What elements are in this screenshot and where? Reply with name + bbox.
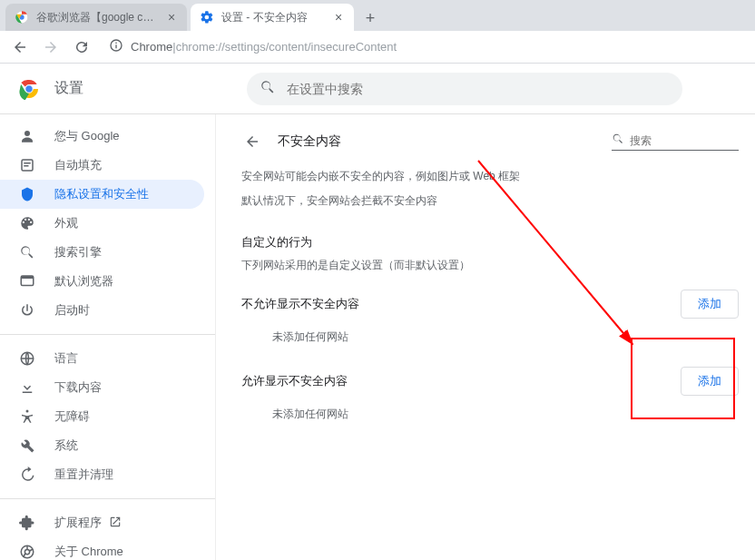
settings-search-box[interactable] bbox=[247, 73, 682, 105]
svg-rect-4 bbox=[115, 44, 116, 48]
add-allow-site-button[interactable]: 添加 bbox=[681, 367, 739, 396]
sidebar-item-system[interactable]: 系统 bbox=[0, 431, 204, 460]
sidebar-item-label: 关于 Chrome bbox=[54, 544, 123, 560]
tab-1[interactable]: 谷歌浏览器【google chrome】 × bbox=[5, 4, 187, 31]
sidebar-item-autofill[interactable]: 自动填充 bbox=[0, 151, 204, 180]
search-icon bbox=[260, 79, 276, 98]
chrome-outline-icon bbox=[18, 543, 36, 560]
sidebar-item-label: 语言 bbox=[54, 350, 78, 367]
site-info-icon[interactable] bbox=[109, 38, 123, 55]
sidebar-item-privacy-security[interactable]: 隐私设置和安全性 bbox=[0, 180, 204, 209]
sidebar-item-extensions[interactable]: 扩展程序 bbox=[0, 508, 204, 537]
person-icon bbox=[18, 127, 36, 145]
block-section-label: 不允许显示不安全内容 bbox=[241, 296, 359, 312]
sidebar-item-label: 重置并清理 bbox=[54, 467, 113, 483]
tab-2-active[interactable]: 设置 - 不安全内容 × bbox=[191, 4, 354, 31]
download-icon bbox=[18, 378, 36, 397]
autofill-icon bbox=[18, 156, 36, 174]
tab-title: 谷歌浏览器【google chrome】 bbox=[36, 10, 160, 25]
custom-behavior-title: 自定义的行为 bbox=[241, 234, 739, 251]
sidebar-item-label: 默认浏览器 bbox=[54, 273, 113, 290]
back-button[interactable] bbox=[7, 34, 33, 60]
description-line-1: 安全网站可能会内嵌不安全的内容，例如图片或 Web 框架 bbox=[241, 169, 739, 184]
tab-strip: 谷歌浏览器【google chrome】 × 设置 - 不安全内容 × + bbox=[0, 0, 755, 31]
restore-icon bbox=[18, 466, 36, 484]
sidebar-item-label: 启动时 bbox=[54, 302, 90, 319]
sidebar-item-label: 自动填充 bbox=[54, 157, 102, 173]
svg-rect-10 bbox=[24, 162, 31, 164]
sidebar-item-label: 您与 Google bbox=[54, 128, 120, 144]
app-header: 设置 bbox=[0, 64, 755, 114]
sidebar-item-label: 扩展程序 bbox=[54, 515, 102, 531]
description-line-2: 默认情况下，安全网站会拦截不安全内容 bbox=[241, 193, 739, 209]
add-block-site-button[interactable]: 添加 bbox=[681, 290, 739, 319]
sidebar-item-default-browser[interactable]: 默认浏览器 bbox=[0, 267, 204, 296]
close-icon[interactable]: × bbox=[165, 11, 178, 24]
svg-rect-13 bbox=[21, 276, 34, 279]
sidebar-item-label: 下载内容 bbox=[54, 379, 102, 396]
sidebar-item-label: 隐私设置和安全性 bbox=[54, 186, 149, 202]
close-icon[interactable]: × bbox=[332, 11, 345, 24]
new-tab-button[interactable]: + bbox=[358, 5, 383, 31]
sidebar-item-label: 无障碍 bbox=[54, 408, 90, 425]
palette-icon bbox=[18, 214, 36, 232]
content-search-box[interactable] bbox=[612, 133, 739, 151]
allow-empty-text: 未添加任何网站 bbox=[272, 407, 739, 422]
content-title: 不安全内容 bbox=[278, 133, 341, 150]
wrench-icon bbox=[18, 437, 36, 455]
content-search-input[interactable] bbox=[630, 134, 739, 147]
omnibox-prefix: Chrome bbox=[131, 40, 172, 54]
sidebar-item-languages[interactable]: 语言 bbox=[0, 344, 204, 373]
sidebar: 您与 Google 自动填充 隐私设置和安全性 外观 搜索引擎 默认浏览器 启动… bbox=[0, 114, 216, 560]
svg-rect-11 bbox=[24, 165, 28, 167]
svg-point-3 bbox=[115, 43, 117, 44]
sidebar-item-label: 系统 bbox=[54, 437, 78, 454]
chrome-logo-icon bbox=[18, 78, 40, 100]
sidebar-separator bbox=[0, 334, 215, 335]
address-bar[interactable]: Chrome | chrome://settings/content/insec… bbox=[100, 34, 748, 60]
browser-toolbar: Chrome | chrome://settings/content/insec… bbox=[0, 31, 755, 64]
content-back-button[interactable] bbox=[241, 131, 263, 152]
settings-favicon-icon bbox=[200, 10, 214, 25]
shield-icon bbox=[18, 185, 36, 203]
power-icon bbox=[18, 301, 36, 319]
settings-search-input[interactable] bbox=[287, 82, 670, 96]
sidebar-item-on-startup[interactable]: 启动时 bbox=[0, 296, 204, 325]
reload-button[interactable] bbox=[69, 34, 94, 60]
search-icon bbox=[612, 133, 624, 148]
tab-title: 设置 - 不安全内容 bbox=[221, 10, 327, 25]
chrome-favicon-icon bbox=[15, 10, 29, 25]
globe-icon bbox=[18, 349, 36, 368]
custom-behavior-subtitle: 下列网站采用的是自定义设置（而非默认设置） bbox=[241, 258, 739, 273]
sidebar-item-you-and-google[interactable]: 您与 Google bbox=[0, 122, 204, 151]
accessibility-icon bbox=[18, 408, 36, 426]
open-in-new-icon bbox=[109, 516, 122, 531]
sidebar-item-downloads[interactable]: 下载内容 bbox=[0, 373, 204, 402]
content-panel: 不安全内容 安全网站可能会内嵌不安全的内容，例如图片或 Web 框架 默认情况下… bbox=[216, 114, 755, 560]
sidebar-item-label: 搜索引擎 bbox=[54, 244, 102, 260]
sidebar-item-reset[interactable]: 重置并清理 bbox=[0, 460, 204, 489]
allow-section-label: 允许显示不安全内容 bbox=[241, 373, 348, 389]
browser-icon bbox=[18, 272, 36, 290]
sidebar-separator bbox=[0, 498, 215, 499]
sidebar-item-search-engine[interactable]: 搜索引擎 bbox=[0, 238, 204, 267]
sidebar-item-label: 外观 bbox=[54, 215, 78, 231]
svg-point-8 bbox=[25, 131, 30, 136]
sidebar-item-accessibility[interactable]: 无障碍 bbox=[0, 402, 204, 431]
app-title: 设置 bbox=[54, 79, 83, 98]
sidebar-item-appearance[interactable]: 外观 bbox=[0, 209, 204, 238]
sidebar-item-about-chrome[interactable]: 关于 Chrome bbox=[0, 537, 204, 560]
block-empty-text: 未添加任何网站 bbox=[272, 329, 739, 345]
search-icon bbox=[18, 243, 36, 261]
svg-point-15 bbox=[26, 410, 29, 413]
omnibox-url: chrome://settings/content/insecureConten… bbox=[176, 40, 397, 54]
forward-button[interactable] bbox=[38, 34, 64, 60]
extension-icon bbox=[18, 514, 36, 532]
